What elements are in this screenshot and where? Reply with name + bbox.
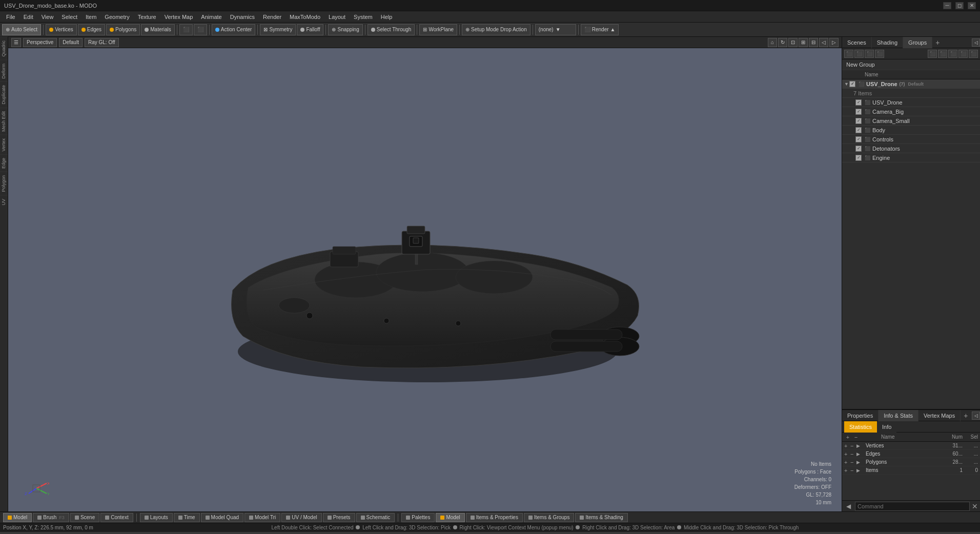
item-checkbox-camerasmall[interactable]: ✓ bbox=[855, 118, 862, 124]
tree-item-camerabig[interactable]: ✓ ⬛ Camera_Big bbox=[842, 107, 980, 116]
minimize-button[interactable]: ─ bbox=[943, 2, 951, 9]
stats-expand-items[interactable]: ▶ bbox=[856, 468, 864, 473]
item-checkbox-engine[interactable]: ✓ bbox=[855, 155, 862, 161]
menu-help[interactable]: Help bbox=[377, 11, 397, 23]
menu-layout[interactable]: Layout bbox=[324, 11, 350, 23]
bottom-tab-palettes[interactable]: Palettes bbox=[401, 513, 435, 522]
bottom-tab-context[interactable]: Context bbox=[100, 513, 133, 522]
menu-geometry[interactable]: Geometry bbox=[100, 11, 133, 23]
vp-refresh-icon[interactable]: ↻ bbox=[778, 38, 787, 47]
none-dropdown[interactable]: (none) ▼ bbox=[535, 24, 576, 35]
bottom-tab-model[interactable]: Model bbox=[3, 513, 32, 522]
item-checkbox-detonators[interactable]: ✓ bbox=[855, 146, 862, 152]
3d-icon-button1[interactable]: ⬛ bbox=[179, 24, 193, 35]
bottom-tab-model2[interactable]: Model bbox=[436, 513, 464, 522]
menu-dynamics[interactable]: Dynamics bbox=[226, 11, 259, 23]
rt-view-icon4[interactable]: ⬛ bbox=[958, 50, 968, 58]
tab-shading[interactable]: Shading bbox=[872, 37, 903, 48]
info-tab[interactable]: Info bbox=[877, 421, 896, 433]
tree-item-camerasmall[interactable]: ✓ ⬛ Camera_Small bbox=[842, 116, 980, 126]
materials-button[interactable]: Materials bbox=[141, 24, 175, 35]
rt-view-icon1[interactable]: ⬛ bbox=[928, 50, 937, 58]
left-tab-polygon[interactable]: Polygon bbox=[0, 172, 8, 195]
stats-row-items[interactable]: + − ▶ Items 1 0 bbox=[842, 466, 980, 475]
menu-vertexmap[interactable]: Vertex Map bbox=[160, 11, 197, 23]
falloff-button[interactable]: Falloff bbox=[297, 24, 323, 35]
bottom-tab-items-shading[interactable]: Items & Shading bbox=[575, 513, 627, 522]
stats-minus-items[interactable]: − bbox=[850, 467, 856, 474]
menu-texture[interactable]: Texture bbox=[134, 11, 160, 23]
bottom-tab-time[interactable]: Time bbox=[174, 513, 200, 522]
left-tab-edge[interactable]: Edge bbox=[0, 154, 8, 172]
item-checkbox-body[interactable]: ✓ bbox=[855, 127, 862, 133]
stats-expand-polygons[interactable]: ▶ bbox=[856, 460, 864, 465]
stats-plus-items[interactable]: + bbox=[844, 467, 850, 474]
bottom-tab-items-props[interactable]: Items & Properties bbox=[466, 513, 523, 522]
tree-item-usvdrone[interactable]: ✓ ⬛ USV_Drone bbox=[842, 98, 980, 107]
rt-light-icon[interactable]: ⬛ bbox=[865, 50, 874, 58]
edges-button[interactable]: Edges bbox=[78, 24, 105, 35]
select-through-button[interactable]: Select Through bbox=[368, 24, 415, 35]
menu-select[interactable]: Select bbox=[57, 11, 81, 23]
tab-groups[interactable]: Groups bbox=[903, 37, 932, 48]
vp-close-icon[interactable]: ▷ bbox=[829, 38, 839, 47]
symmetry-button[interactable]: ⊠ Symmetry bbox=[260, 24, 296, 35]
rt-settings-icon[interactable]: ⬛ bbox=[969, 50, 978, 58]
menu-item[interactable]: Item bbox=[81, 11, 100, 23]
lower-panel-expand[interactable]: ◁ bbox=[972, 412, 980, 420]
left-tab-uv[interactable]: UV bbox=[0, 195, 8, 209]
rt-view-icon3[interactable]: ⬛ bbox=[948, 50, 957, 58]
workplane-button[interactable]: ⊞ WorkPlane bbox=[419, 24, 457, 35]
left-tab-duplicate[interactable]: Duplicate bbox=[0, 81, 8, 108]
stats-add-btn[interactable]: + bbox=[844, 434, 851, 441]
stats-plus-polygons[interactable]: + bbox=[844, 459, 850, 465]
stats-minus-vertices[interactable]: − bbox=[850, 443, 856, 449]
stats-minus-btn[interactable]: − bbox=[852, 434, 860, 441]
scene-tree[interactable]: ▼ ✓ ⬛ USV_Drone (7) Default 7 Items ✓ ⬛ … bbox=[842, 79, 980, 409]
menu-render[interactable]: Render bbox=[259, 11, 285, 23]
vp-zoom-fit-icon[interactable]: ⊡ bbox=[788, 38, 798, 47]
tree-item-controls[interactable]: ✓ ⬛ Controls bbox=[842, 135, 980, 144]
stats-plus-vertices[interactable]: + bbox=[844, 443, 850, 449]
panel-expand-icon[interactable]: ◁ bbox=[972, 38, 980, 47]
raygl-button[interactable]: Ray GL: Off bbox=[85, 38, 119, 47]
setup-mode-button[interactable]: ⊕ Setup Mode Drop Action bbox=[462, 24, 530, 35]
tab-properties[interactable]: Properties bbox=[842, 410, 879, 421]
stats-row-vertices[interactable]: + − ▶ Vertices 31... ... bbox=[842, 442, 980, 450]
tree-item-engine[interactable]: ✓ ⬛ Engine bbox=[842, 153, 980, 162]
left-tab-deform[interactable]: Deform bbox=[0, 60, 8, 82]
left-tab-meshedit[interactable]: Mesh Edit bbox=[0, 108, 8, 135]
bottom-tab-schematic[interactable]: Schematic bbox=[356, 513, 395, 522]
tree-item-body[interactable]: ✓ ⬛ Body bbox=[842, 126, 980, 135]
3d-viewport[interactable]: X Y Z No Items Polygons : Face Channels:… bbox=[8, 48, 842, 511]
stats-row-polygons[interactable]: + − ▶ Polygons 28... ... bbox=[842, 458, 980, 466]
stats-expand-edges[interactable]: ▶ bbox=[856, 451, 864, 457]
menu-animate[interactable]: Animate bbox=[197, 11, 226, 23]
tab-info-stats[interactable]: Info & Stats bbox=[879, 410, 918, 421]
bottom-tab-brush[interactable]: Brush F3 bbox=[33, 513, 69, 522]
add-scene-tab[interactable]: + bbox=[932, 37, 943, 48]
item-checkbox-camerabig[interactable]: ✓ bbox=[855, 109, 862, 115]
render-button[interactable]: ⬛ Render ▲ bbox=[581, 24, 619, 35]
item-checkbox-controls[interactable]: ✓ bbox=[855, 136, 862, 142]
auto-select-button[interactable]: ⊕ Auto Select bbox=[2, 24, 41, 35]
stats-minus-edges[interactable]: − bbox=[850, 451, 856, 457]
stats-plus-edges[interactable]: + bbox=[844, 451, 850, 457]
bottom-tab-uvmodel[interactable]: UV / Model bbox=[281, 513, 321, 522]
stats-row-edges[interactable]: + − ▶ Edges 60... ... bbox=[842, 450, 980, 458]
add-lower-tab[interactable]: + bbox=[961, 410, 971, 421]
menu-system[interactable]: System bbox=[350, 11, 377, 23]
menu-edit[interactable]: Edit bbox=[19, 11, 37, 23]
stats-tab[interactable]: Statistics bbox=[844, 421, 877, 433]
left-tab-vertex[interactable]: Vertex bbox=[0, 135, 8, 155]
restore-button[interactable]: ◻ bbox=[955, 2, 964, 9]
vp-expand-icon[interactable]: ⊟ bbox=[809, 38, 818, 47]
tree-item-detonators[interactable]: ✓ ⬛ Detonators bbox=[842, 144, 980, 153]
tab-vertex-maps[interactable]: Vertex Maps bbox=[918, 410, 961, 421]
tree-group-header[interactable]: ▼ ✓ ⬛ USV_Drone (7) Default bbox=[842, 79, 980, 89]
action-center-button[interactable]: Action Center bbox=[212, 24, 256, 35]
vertices-button[interactable]: Vertices bbox=[46, 24, 77, 35]
polygons-button[interactable]: Polygons bbox=[106, 24, 140, 35]
item-checkbox-usvdrone[interactable]: ✓ bbox=[855, 99, 862, 106]
3d-icon-button2[interactable]: ⬛ bbox=[194, 24, 207, 35]
